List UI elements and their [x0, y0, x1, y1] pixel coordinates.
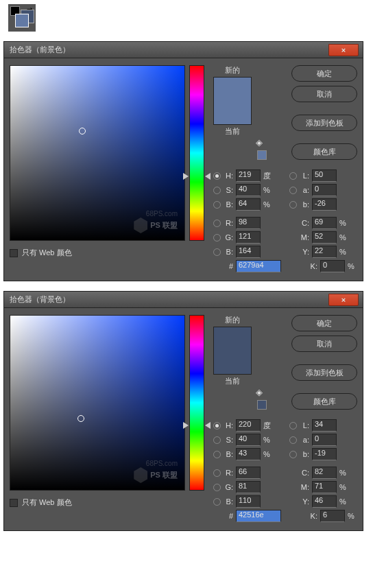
dialog-title: 拾色器（前景色）	[10, 45, 70, 55]
input-a[interactable]: 0	[312, 434, 337, 446]
radio-l[interactable]	[289, 422, 297, 430]
color-swap-tool[interactable]: ⇄	[8, 4, 36, 32]
input-l[interactable]: 50	[312, 169, 337, 182]
close-button[interactable]: ×	[328, 44, 359, 56]
watermark: 68PS.com PS 联盟	[134, 210, 178, 233]
watermark: 68PS.com PS 联盟	[134, 460, 178, 483]
color-picker-dialog: 拾色器（前景色） × 68PS.com PS 联盟 只有 Web 颜色 新的 当…	[3, 41, 363, 281]
current-color[interactable]	[214, 101, 251, 124]
closest-color-swatch[interactable]	[257, 400, 267, 410]
color-lib-button[interactable]: 颜色库	[291, 393, 357, 410]
radio-h[interactable]	[213, 172, 221, 180]
web-only-label: 只有 Web 颜色	[22, 497, 72, 508]
add-swatch-button[interactable]: 添加到色板	[291, 364, 357, 381]
input-m[interactable]: 52	[312, 231, 337, 244]
input-r[interactable]: 98	[236, 217, 261, 229]
add-swatch-button[interactable]: 添加到色板	[291, 115, 357, 131]
input-b[interactable]: 64	[236, 198, 261, 211]
gamut-warn-icon[interactable]: ◈	[256, 387, 267, 397]
label-y: Y:	[300, 248, 309, 256]
input-c[interactable]: 69	[312, 217, 337, 229]
radio-g[interactable]	[213, 234, 221, 242]
label-h: H:	[224, 421, 233, 430]
input-y[interactable]: 46	[312, 495, 337, 508]
input-b[interactable]: 43	[236, 448, 261, 460]
label-g: G:	[224, 483, 233, 491]
input-k[interactable]: 6	[320, 510, 345, 522]
current-color[interactable]	[214, 351, 251, 374]
radio-s[interactable]	[213, 436, 221, 444]
input-b[interactable]: -26	[312, 198, 337, 211]
color-field[interactable]: 68PS.com PS 联盟	[10, 65, 185, 241]
input-s[interactable]: 40	[236, 434, 261, 446]
color-field[interactable]: 68PS.com PS 联盟	[10, 315, 185, 491]
input-m[interactable]: 71	[312, 481, 337, 493]
label-r: R:	[224, 469, 233, 477]
radio-s[interactable]	[213, 187, 221, 194]
radio-b[interactable]	[289, 201, 297, 209]
label-m: M:	[300, 233, 309, 242]
gamut-warn-icon[interactable]: ◈	[256, 137, 267, 148]
cancel-button[interactable]: 取消	[291, 86, 357, 102]
color-marker[interactable]	[79, 128, 86, 134]
label-l: L:	[300, 172, 309, 180]
radio-r[interactable]	[213, 220, 221, 227]
preview-swatch	[213, 77, 252, 125]
radio-r[interactable]	[213, 469, 221, 477]
input-a[interactable]: 0	[312, 184, 337, 196]
close-button[interactable]: ×	[328, 294, 359, 306]
radio-b[interactable]	[213, 451, 221, 458]
input-h[interactable]: 220	[236, 419, 261, 432]
input-r[interactable]: 66	[236, 467, 261, 479]
input-b[interactable]: 110	[236, 495, 261, 508]
label-s: S:	[224, 186, 233, 194]
input-b[interactable]: -19	[312, 448, 337, 460]
hue-handle-left[interactable]	[183, 173, 189, 180]
radio-g[interactable]	[213, 484, 221, 491]
hex-label: #	[224, 262, 233, 270]
hue-handle-left[interactable]	[183, 422, 189, 429]
closest-color-swatch[interactable]	[257, 150, 267, 160]
hue-handle-right[interactable]	[205, 173, 210, 180]
radio-b[interactable]	[213, 201, 221, 209]
ok-button[interactable]: 确定	[291, 65, 357, 82]
input-g[interactable]: 81	[236, 481, 261, 493]
preview-swatch	[213, 327, 252, 375]
radio-b[interactable]	[213, 248, 221, 256]
label-c: C:	[300, 219, 309, 227]
web-only-checkbox[interactable]	[10, 499, 18, 507]
ok-button[interactable]: 确定	[291, 315, 357, 331]
new-color	[214, 327, 251, 351]
radio-b[interactable]	[213, 498, 221, 506]
color-lib-button[interactable]: 颜色库	[291, 143, 357, 160]
cancel-button[interactable]: 取消	[291, 336, 357, 352]
titlebar[interactable]: 拾色器（前景色） ×	[4, 42, 363, 58]
hue-handle-right[interactable]	[205, 422, 210, 429]
radio-h[interactable]	[213, 422, 221, 430]
input-c[interactable]: 82	[312, 467, 337, 479]
titlebar[interactable]: 拾色器（背景色） ×	[4, 292, 363, 308]
current-label: 当前	[225, 126, 240, 137]
radio-a[interactable]	[289, 436, 297, 444]
hex-input[interactable]: 6279a4	[236, 260, 281, 272]
color-marker[interactable]	[77, 415, 84, 422]
input-l[interactable]: 34	[312, 419, 337, 432]
input-k[interactable]: 0	[320, 260, 345, 272]
label-c: C:	[300, 469, 309, 477]
web-only-label: 只有 Web 颜色	[22, 248, 72, 258]
input-y[interactable]: 22	[312, 246, 337, 258]
hue-slider[interactable]	[189, 315, 204, 491]
hue-slider[interactable]	[189, 65, 204, 241]
radio-a[interactable]	[289, 187, 297, 194]
input-h[interactable]: 219	[236, 169, 261, 182]
label-s: S:	[224, 436, 233, 444]
hex-input[interactable]: 42516e	[236, 510, 281, 522]
radio-l[interactable]	[289, 172, 297, 180]
radio-b[interactable]	[289, 451, 297, 458]
input-g[interactable]: 121	[236, 231, 261, 244]
web-only-checkbox[interactable]	[10, 249, 18, 257]
input-b[interactable]: 164	[236, 246, 261, 258]
input-s[interactable]: 40	[236, 184, 261, 196]
label-b: B:	[224, 248, 233, 256]
fg-swatch[interactable]	[15, 14, 29, 27]
